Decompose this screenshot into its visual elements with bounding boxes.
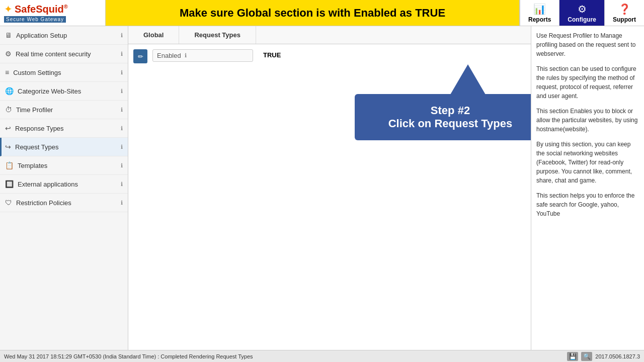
nav-reports[interactable]: 📊 Reports bbox=[520, 0, 559, 26]
time-profiler-icon: ⏱ bbox=[5, 106, 12, 114]
statusbar-right: 💾 🔍 2017.0506.1827.3 bbox=[567, 352, 640, 361]
enabled-label: Enabled bbox=[157, 52, 181, 59]
content-tabs: Global Request Types bbox=[128, 26, 531, 44]
statusbar-text: Wed May 31 2017 18:51:29 GMT+0530 (India… bbox=[4, 353, 253, 359]
info-icon: ℹ bbox=[121, 125, 123, 132]
content-area: Global Request Types ✏ Enabled ℹ TRUE bbox=[128, 26, 531, 350]
sidebar-item-custom-settings[interactable]: ≡ Custom Settings ℹ bbox=[0, 63, 128, 82]
logo-title: SafeSquid® bbox=[15, 4, 68, 15]
right-panel-p2: This section can be used to configure th… bbox=[536, 64, 639, 101]
sidebar: 🖥 Application Setup ℹ ⚙ Real time conten… bbox=[0, 26, 128, 350]
sidebar-item-label: Templates bbox=[18, 162, 119, 169]
tooltip-action: Click on Request Types bbox=[370, 117, 531, 130]
banner: Make sure Global section is with Enabled… bbox=[106, 0, 520, 26]
step-tooltip: Step #2 Click on Request Types bbox=[355, 94, 531, 140]
enabled-value: TRUE bbox=[258, 49, 286, 61]
sidebar-item-external-applications[interactable]: 🔲 External applications ℹ bbox=[0, 175, 128, 194]
sidebar-item-application-setup[interactable]: 🖥 Application Setup ℹ bbox=[0, 26, 128, 45]
sidebar-item-label: Restriction Policies bbox=[16, 199, 119, 207]
info-icon: ℹ bbox=[121, 107, 123, 113]
sidebar-item-label: Custom Settings bbox=[13, 69, 119, 76]
configure-label: Configure bbox=[568, 16, 596, 23]
info-icon: ℹ bbox=[121, 200, 123, 206]
info-icon: ℹ bbox=[121, 144, 123, 150]
info-icon: ℹ bbox=[121, 32, 123, 39]
custom-settings-icon: ≡ bbox=[5, 68, 9, 76]
info-icon: ℹ bbox=[121, 69, 123, 76]
sidebar-item-response-types[interactable]: ↩ Response Types ℹ bbox=[0, 119, 128, 138]
info-icon: ℹ bbox=[121, 88, 123, 95]
tab-global[interactable]: Global bbox=[128, 26, 179, 44]
statusbar: Wed May 31 2017 18:51:29 GMT+0530 (India… bbox=[0, 350, 644, 362]
nav-configure[interactable]: ⚙ Configure bbox=[559, 0, 604, 26]
save-icon-btn[interactable]: 💾 bbox=[567, 352, 578, 361]
sidebar-item-time-profiler[interactable]: ⏱ Time Profiler ℹ bbox=[0, 101, 128, 119]
right-panel-p1: Use Request Profiler to Manage profiling… bbox=[536, 31, 639, 58]
sidebar-item-label: External applications bbox=[18, 180, 119, 188]
sidebar-item-label: Time Profiler bbox=[16, 106, 119, 114]
enabled-info-icon: ℹ bbox=[185, 52, 187, 59]
logo-area: ✦ SafeSquid® Secure Web Gateway bbox=[0, 0, 106, 26]
response-types-icon: ↩ bbox=[5, 124, 11, 132]
info-icon: ℹ bbox=[121, 181, 123, 188]
sidebar-item-restriction-policies[interactable]: 🛡 Restriction Policies ℹ bbox=[0, 194, 128, 212]
edit-icon[interactable]: ✏ bbox=[133, 49, 147, 63]
sidebar-item-label: Response Types bbox=[15, 125, 119, 132]
real-time-icon: ⚙ bbox=[5, 50, 12, 58]
header: ✦ SafeSquid® Secure Web Gateway Make sur… bbox=[0, 0, 644, 26]
info-icon: ℹ bbox=[121, 51, 123, 57]
reports-label: Reports bbox=[528, 16, 551, 23]
restriction-icon: 🛡 bbox=[5, 199, 12, 207]
external-apps-icon: 🔲 bbox=[5, 180, 14, 188]
sidebar-item-label: Application Setup bbox=[16, 32, 119, 39]
nav-buttons: 📊 Reports ⚙ Configure ❓ Support bbox=[520, 0, 644, 26]
sidebar-item-real-time-content[interactable]: ⚙ Real time content security ℹ bbox=[0, 45, 128, 63]
support-icon: ❓ bbox=[618, 3, 631, 15]
nav-support[interactable]: ❓ Support bbox=[604, 0, 644, 26]
templates-icon: 📋 bbox=[5, 161, 14, 169]
logo: ✦ SafeSquid® Secure Web Gateway bbox=[4, 3, 68, 23]
application-setup-icon: 🖥 bbox=[5, 31, 12, 39]
search-icon-btn[interactable]: 🔍 bbox=[581, 352, 592, 361]
logo-subtitle: Secure Web Gateway bbox=[4, 16, 66, 23]
main-layout: 🖥 Application Setup ℹ ⚙ Real time conten… bbox=[0, 26, 644, 350]
step-tooltip-container: Step #2 Click on Request Types bbox=[304, 64, 496, 140]
enabled-field: Enabled ℹ bbox=[152, 49, 253, 62]
edit-row: ✏ Enabled ℹ TRUE bbox=[133, 49, 526, 63]
sidebar-item-label: Real time content security bbox=[16, 50, 119, 58]
right-panel-p4: By using this section, you can keep the … bbox=[536, 140, 639, 185]
support-label: Support bbox=[613, 16, 636, 23]
sidebar-item-label: Request Types bbox=[15, 143, 119, 151]
logo-star: ✦ bbox=[4, 3, 13, 15]
tab-request-types[interactable]: Request Types bbox=[179, 26, 256, 44]
categorize-icon: 🌐 bbox=[5, 87, 14, 95]
reports-icon: 📊 bbox=[533, 3, 546, 15]
content-body: ✏ Enabled ℹ TRUE Step #2 Click on Reques… bbox=[128, 44, 531, 350]
right-panel-p5: This section helps you to enforce the sa… bbox=[536, 191, 639, 218]
sidebar-item-request-types[interactable]: ↪ Request Types ℹ bbox=[0, 138, 128, 156]
right-panel: Use Request Profiler to Manage profiling… bbox=[531, 26, 644, 350]
sidebar-item-categorize-websites[interactable]: 🌐 Categorize Web-Sites ℹ bbox=[0, 82, 128, 101]
configure-icon: ⚙ bbox=[578, 3, 587, 15]
right-panel-p3: This section Enables you to block or all… bbox=[536, 107, 639, 134]
sidebar-item-templates[interactable]: 📋 Templates ℹ bbox=[0, 156, 128, 175]
tooltip-step: Step #2 bbox=[370, 104, 531, 117]
info-icon: ℹ bbox=[121, 162, 123, 169]
sidebar-item-label: Categorize Web-Sites bbox=[18, 87, 119, 95]
version-text: 2017.0506.1827.3 bbox=[595, 353, 640, 359]
request-types-icon: ↪ bbox=[5, 143, 11, 151]
